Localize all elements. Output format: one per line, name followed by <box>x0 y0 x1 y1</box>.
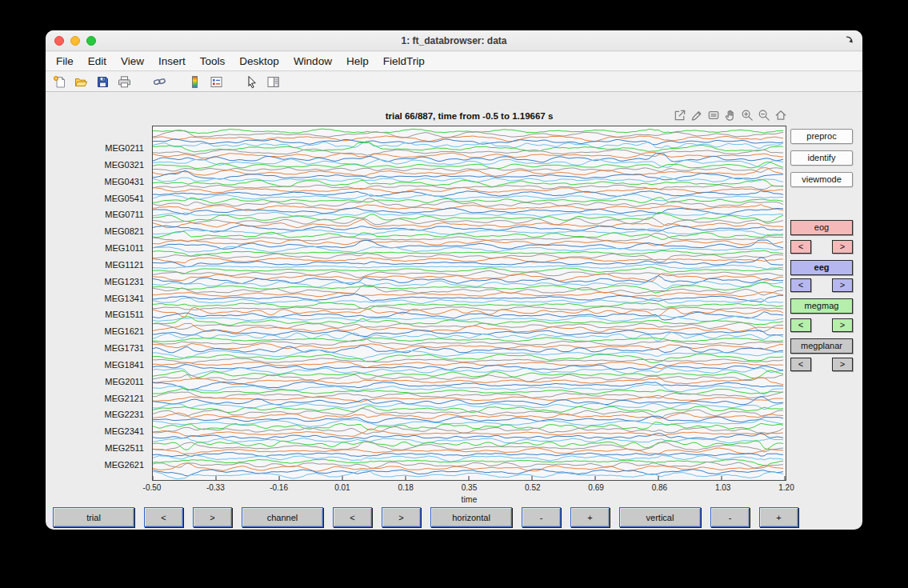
x-tick-label: 0.35 <box>462 483 477 492</box>
channel-label[interactable]: MEG1841 <box>48 360 144 370</box>
trial-button[interactable]: trial <box>53 507 134 527</box>
horizontal-plus-button[interactable]: + <box>570 507 610 527</box>
channel-button[interactable]: channel <box>242 507 323 527</box>
menu-desktop[interactable]: Desktop <box>232 52 286 71</box>
eeg-next-button[interactable]: > <box>832 278 853 292</box>
megplanar-prev-button[interactable]: < <box>790 358 811 371</box>
signal-trace <box>153 233 783 242</box>
channel-label[interactable]: MEG1231 <box>48 277 144 286</box>
signal-trace <box>153 389 783 394</box>
meg-signal-traces[interactable] <box>153 126 786 480</box>
pan-icon[interactable] <box>722 107 738 123</box>
channel-label[interactable]: MEG0211 <box>48 143 144 153</box>
link-plot-icon[interactable] <box>152 74 166 89</box>
signal-trace <box>153 187 783 193</box>
preproc-button[interactable]: preproc <box>790 129 853 144</box>
vertical-button[interactable]: vertical <box>619 507 701 527</box>
export-icon[interactable] <box>672 107 687 123</box>
figure-window: 1: ft_databrowser: data FileEditViewInse… <box>46 30 862 530</box>
signal-trace <box>153 453 783 457</box>
channel-label[interactable]: MEG0711 <box>48 210 144 219</box>
axes-toolbar <box>672 106 788 124</box>
identify-button[interactable]: identify <box>790 150 853 166</box>
signal-trace <box>153 470 783 479</box>
property-inspector-icon[interactable] <box>266 74 280 89</box>
eog-next-button[interactable]: > <box>832 240 853 254</box>
megmag-next-button[interactable]: > <box>832 318 853 332</box>
channel-label[interactable]: MEG1511 <box>48 310 144 319</box>
channel-label[interactable]: MEG2511 <box>48 443 144 453</box>
megplanar-next-button[interactable]: > <box>832 358 853 371</box>
signal-trace <box>153 395 783 402</box>
menu-bar: FileEditViewInsertToolsDesktopWindowHelp… <box>46 52 862 71</box>
x-tick-label: -0.50 <box>143 483 162 492</box>
signal-trace <box>153 298 783 304</box>
eeg-prev-button[interactable]: < <box>790 278 811 292</box>
x-axis-label: time <box>152 494 786 504</box>
horizontal-button[interactable]: horizontal <box>430 507 512 527</box>
signal-trace <box>153 218 783 226</box>
viewmode-button[interactable]: viewmode <box>790 172 853 187</box>
channel-label[interactable]: MEG2231 <box>48 410 144 419</box>
channel-label[interactable]: MEG2121 <box>48 394 144 403</box>
x-tick-label: 0.69 <box>588 483 603 492</box>
horizontal-minus-button[interactable]: - <box>522 507 561 527</box>
zoom-out-icon[interactable] <box>756 107 771 123</box>
menu-fieldtrip[interactable]: FieldTrip <box>376 52 432 71</box>
x-tick-label: -0.33 <box>206 483 225 492</box>
brush-icon[interactable] <box>689 107 704 123</box>
signal-trace <box>153 264 783 270</box>
restore-view-icon[interactable] <box>773 107 788 123</box>
x-tick-label: 0.01 <box>334 483 350 492</box>
window-title: 1: ft_databrowser: data <box>46 30 862 51</box>
x-tick-label: 0.86 <box>652 483 667 492</box>
megmag-group-button[interactable]: megmag <box>790 298 853 314</box>
channel-prev-button[interactable]: < <box>333 507 372 527</box>
vertical-plus-button[interactable]: + <box>759 507 798 527</box>
x-tick-label: -0.16 <box>270 483 288 492</box>
menu-help[interactable]: Help <box>339 52 376 71</box>
insert-colorbar-icon[interactable] <box>187 74 202 89</box>
title-bar: 1: ft_databrowser: data <box>46 30 862 51</box>
signal-trace <box>153 315 783 321</box>
channel-label[interactable]: MEG2341 <box>48 426 144 436</box>
menu-tools[interactable]: Tools <box>193 52 233 71</box>
edit-plot-pointer-icon[interactable] <box>244 74 258 89</box>
signal-trace <box>153 292 783 297</box>
zoom-in-icon[interactable] <box>739 107 754 123</box>
vertical-minus-button[interactable]: - <box>710 507 750 527</box>
signal-trace <box>153 240 783 249</box>
channel-label[interactable]: MEG2621 <box>48 460 144 470</box>
trial-prev-button[interactable]: < <box>144 507 183 527</box>
channel-label[interactable]: MEG1121 <box>48 260 144 270</box>
signal-trace <box>153 441 783 450</box>
channel-next-button[interactable]: > <box>382 507 421 527</box>
eog-group-button[interactable]: eog <box>790 220 853 235</box>
insert-legend-icon[interactable] <box>209 74 223 89</box>
channel-label[interactable]: MEG0431 <box>48 177 144 186</box>
signal-trace <box>153 306 783 310</box>
plot-axes[interactable] <box>152 126 786 481</box>
channel-label[interactable]: MEG0541 <box>48 194 144 203</box>
signal-trace <box>153 258 783 263</box>
megmag-prev-button[interactable]: < <box>790 318 811 332</box>
eeg-group-button[interactable]: eeg <box>790 260 853 275</box>
menu-window[interactable]: Window <box>286 52 339 71</box>
channel-label[interactable]: MEG0821 <box>48 226 144 236</box>
signal-trace <box>153 191 783 197</box>
signal-trace <box>153 317 783 326</box>
channel-label[interactable]: MEG0321 <box>48 160 144 170</box>
megplanar-group-button[interactable]: megplanar <box>790 338 853 354</box>
channel-label[interactable]: MEG2011 <box>48 377 144 386</box>
channel-label[interactable]: MEG1341 <box>48 294 144 303</box>
trial-next-button[interactable]: > <box>193 507 232 527</box>
channel-label[interactable]: MEG1011 <box>48 243 144 253</box>
channel-label[interactable]: MEG1731 <box>48 343 144 353</box>
channel-label[interactable]: MEG1621 <box>48 326 144 336</box>
eog-prev-button[interactable]: < <box>790 240 811 254</box>
signal-trace <box>153 274 783 282</box>
signal-trace <box>153 212 783 217</box>
signal-trace <box>153 254 783 262</box>
menu-insert[interactable]: Insert <box>151 52 193 71</box>
datatip-icon[interactable] <box>706 107 721 123</box>
